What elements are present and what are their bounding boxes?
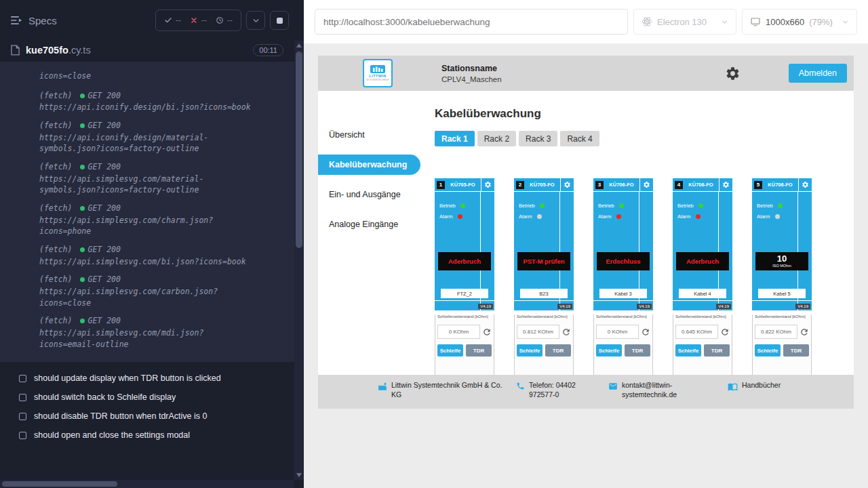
measurement-value: 0 KOhm xyxy=(437,325,480,339)
log-entry[interactable]: (fetch)GET 200 https://api.simplesvg.com… xyxy=(39,203,254,237)
schleife-button[interactable]: Schleife xyxy=(755,344,781,357)
test-box-icon xyxy=(19,375,26,382)
log-entry[interactable]: (fetch)GET 200 https://api.iconify.desig… xyxy=(39,120,254,155)
log-entry[interactable]: (fetch)GET 200 https://api.simplesvg.com… xyxy=(39,161,254,196)
alert-display: Aderbruch xyxy=(676,252,729,270)
schleife-button[interactable]: Schleife xyxy=(675,344,701,357)
scroll-down-arrow[interactable] xyxy=(296,473,302,477)
tab-rack-1[interactable]: Rack 1 xyxy=(435,131,475,146)
card-model: KÜ705-FO xyxy=(445,182,481,188)
card-settings-button[interactable] xyxy=(798,178,812,191)
viewport-zoom: (79%) xyxy=(809,17,833,27)
tab-rack-4[interactable]: Rack 4 xyxy=(560,131,599,146)
device-card: 4 KÜ706-FO Betrieb Alarm Aderbruch Kabel… xyxy=(673,178,732,377)
value-row: 0 KOhm xyxy=(596,325,650,339)
footer-email[interactable]: kontakt@littwin-systemtechnik.de xyxy=(608,381,718,399)
card-settings-button[interactable] xyxy=(481,178,494,191)
tab-rack-3[interactable]: Rack 3 xyxy=(519,131,557,146)
alarm-led xyxy=(696,214,701,219)
logo-text: LITTWIN xyxy=(369,74,386,78)
sidebar-item-kabelueberwachung[interactable]: Kabelüberwachung xyxy=(318,155,420,175)
tab-rack-2[interactable]: Rack 2 xyxy=(477,131,516,146)
status-alarm: Alarm xyxy=(673,214,732,220)
card-settings-button[interactable] xyxy=(719,178,732,191)
screen: Specs -- -- -- xyxy=(0,0,868,488)
success-dot-icon xyxy=(80,123,85,128)
refresh-button[interactable] xyxy=(482,327,492,337)
test-item[interactable]: should switch back to Schleife display xyxy=(0,388,294,407)
sidebar-item-uebersicht[interactable]: Übersicht xyxy=(318,125,422,145)
success-dot-icon xyxy=(80,247,85,252)
version-badge: V4.19 xyxy=(637,304,652,309)
device-card: 2 KÜ705-FO Betrieb Alarm PST-M prüfen B2… xyxy=(514,178,574,377)
test-item[interactable]: should update display when TDR button is… xyxy=(0,369,294,388)
divider xyxy=(752,300,812,301)
scroll-up-arrow[interactable] xyxy=(296,43,302,47)
divider xyxy=(673,300,732,301)
vertical-scrollbar[interactable] xyxy=(294,41,304,480)
log-entry[interactable]: (fetch)GET 200 https://api.simplesvg.com… xyxy=(39,244,254,267)
schleife-button[interactable]: Schleife xyxy=(596,344,622,357)
success-dot-icon xyxy=(80,94,85,98)
collapse-button[interactable] xyxy=(246,11,265,30)
page-title: Kabelüberwachung xyxy=(435,107,842,121)
logout-button[interactable]: Abmelden xyxy=(789,64,847,83)
tdr-button[interactable]: TDR xyxy=(783,344,809,357)
tdr-button[interactable]: TDR xyxy=(466,344,492,357)
scrollbar-thumb[interactable] xyxy=(296,52,302,248)
refresh-button[interactable] xyxy=(561,327,571,337)
button-row: Schleife TDR xyxy=(437,344,492,357)
browser-name: Electron 130 xyxy=(657,17,707,27)
alarm-led xyxy=(537,214,542,219)
book-icon xyxy=(728,382,738,392)
sidebar-item-ein-und-ausgaenge[interactable]: Ein- und Ausgänge xyxy=(318,184,422,205)
refresh-button[interactable] xyxy=(800,327,809,337)
schleife-button[interactable]: Schleife xyxy=(517,344,542,357)
browser-bar: http://localhost:3000/kabelueberwachung … xyxy=(304,0,868,43)
settings-gear-button[interactable] xyxy=(725,65,741,81)
value-row: 0.812 KOhm xyxy=(517,325,571,339)
card-panel: Schleifenwiderstand [kOhm] 0 KOhm Schlei… xyxy=(593,314,653,377)
spec-row[interactable]: kue705fo.cy.ts 00:11 xyxy=(0,41,304,62)
betrieb-led xyxy=(460,203,465,208)
tdr-button[interactable]: TDR xyxy=(704,344,730,357)
stage: http://localhost:3000/kabelueberwachung … xyxy=(304,0,868,488)
url-input[interactable]: http://localhost:3000/kabelueberwachung xyxy=(315,9,628,35)
stop-button[interactable] xyxy=(270,11,289,30)
log-entry[interactable]: (fetch)GET 200 https://api.iconify.desig… xyxy=(39,90,254,113)
version-badge: V4.19 xyxy=(716,304,731,309)
horizontal-scrollbar[interactable] xyxy=(0,480,294,488)
email-address: kontakt@littwin-systemtechnik.de xyxy=(622,381,718,399)
viewport-select[interactable]: 1000x660 (79%) xyxy=(742,9,857,35)
refresh-button[interactable] xyxy=(720,327,730,337)
clock-icon xyxy=(216,16,224,24)
card-settings-button[interactable] xyxy=(639,178,653,191)
button-row: Schleife TDR xyxy=(517,344,571,357)
log-entry[interactable]: (fetch)GET 200 https://api.simplesvg.com… xyxy=(39,274,254,308)
sidebar-item-analoge-eingaenge[interactable]: Analoge Eingänge xyxy=(318,214,422,235)
test-item[interactable]: should disable TDR button when tdrActive… xyxy=(0,407,294,426)
gear-icon xyxy=(484,181,492,188)
version-badge: V4.19 xyxy=(557,304,572,309)
alert-display: Erdschluss xyxy=(597,252,650,270)
card-settings-button[interactable] xyxy=(560,178,574,191)
alarm-led xyxy=(458,214,462,219)
app-viewport: LITTWIN SYSTEMTECHNIK Stationsname CPLV4… xyxy=(318,56,854,409)
log-entry[interactable]: (fetch)GET 200 https://api.simplesvg.com… xyxy=(39,315,254,350)
schleife-button[interactable]: Schleife xyxy=(437,344,463,357)
tdr-button[interactable]: TDR xyxy=(625,344,650,357)
tdr-button[interactable]: TDR xyxy=(545,344,571,357)
x-icon xyxy=(190,16,198,24)
scrollbar-thumb[interactable] xyxy=(2,481,117,487)
test-item[interactable]: should open and close the settings modal xyxy=(0,426,294,445)
specs-menu-button[interactable]: Specs xyxy=(11,15,57,26)
status-alarm: Alarm xyxy=(435,214,494,220)
refresh-button[interactable] xyxy=(641,327,650,337)
measurement-value: 0.645 KOhm xyxy=(675,325,718,339)
card-top: 2 KÜ705-FO Betrieb Alarm PST-M prüfen B2… xyxy=(514,178,574,310)
footer-manuals-link[interactable]: Handbücher xyxy=(728,381,781,392)
status-betrieb: Betrieb xyxy=(593,203,653,209)
browser-select[interactable]: Electron 130 xyxy=(633,9,736,35)
panel-label: Schleifenwiderstand [kOhm] xyxy=(755,314,809,319)
card-head: 3 KÜ706-FO xyxy=(593,178,653,192)
